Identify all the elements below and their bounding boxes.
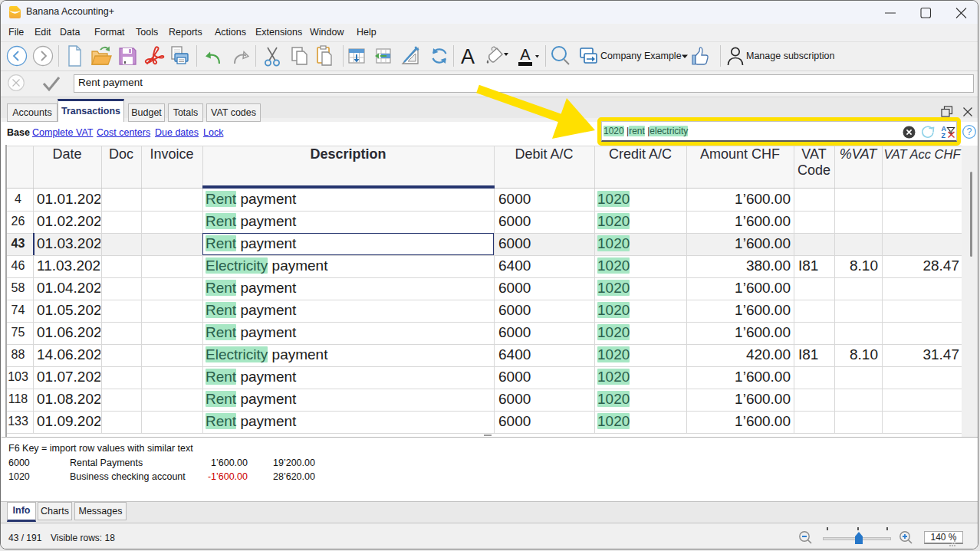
svg-text:A: A [520,46,531,63]
svg-text:A: A [461,45,475,68]
svg-text:?: ? [967,126,972,137]
svg-text:Z: Z [942,132,946,139]
